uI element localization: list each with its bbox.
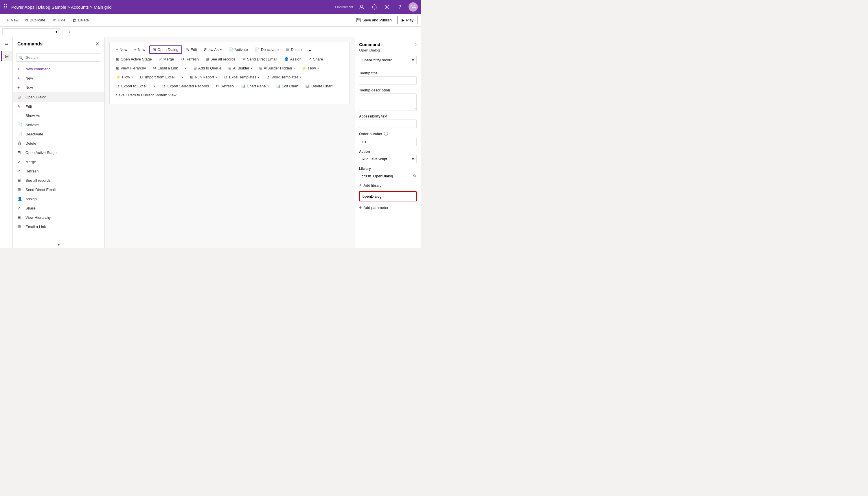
add-parameter-link[interactable]: + Add parameter — [359, 205, 417, 210]
menu-icon[interactable]: ☰ — [1, 40, 12, 50]
add-library-link[interactable]: + Add library — [359, 183, 417, 188]
sidebar-item-open-active-stage[interactable]: ⊞ Open Active Stage — [13, 148, 105, 157]
library-select[interactable]: cr03b_OpenDialog — [359, 172, 411, 180]
cb-drop1[interactable]: ▾ — [182, 65, 190, 72]
activate-label: Activate — [26, 123, 100, 127]
action-chevron-icon: ▾ — [412, 157, 414, 161]
sidebar-item-deactivate[interactable]: 📄 Deactivate — [13, 129, 105, 139]
cb-export-selected[interactable]: 🗋 Export Selected Records — [159, 82, 212, 90]
save-publish-button[interactable]: 💾 Save and Publish — [352, 16, 396, 24]
play-button[interactable]: ▶ Play — [397, 16, 418, 24]
add-command-item[interactable]: + New command — [13, 64, 105, 74]
sidebar-item-activate[interactable]: 📄 Activate — [13, 120, 105, 129]
cb-ai-builder[interactable]: ⊞ AI Builder ▾ — [225, 64, 255, 72]
cb-drop2[interactable]: ▾ — [178, 74, 186, 81]
help-icon[interactable]: ? — [396, 3, 404, 11]
library-edit-icon[interactable]: ✎ — [413, 173, 417, 179]
export-selected-cb-label: Export Selected Records — [167, 84, 209, 88]
edit-icon: ✎ — [17, 104, 22, 109]
sidebar-item-see-all-records[interactable]: ⊞ See all records — [13, 176, 105, 185]
sidebar-item-edit[interactable]: ✎ Edit — [13, 102, 105, 111]
cb-add-to-queue[interactable]: ⊞ Add to Queue — [191, 64, 224, 72]
add-command-icon: + — [17, 66, 22, 71]
add-to-queue-cb-label: Add to Queue — [198, 66, 221, 70]
cb-delete-chart[interactable]: 📊 Delete Chart — [302, 82, 335, 90]
cb-email-a-link[interactable]: ✉ Email a Link — [150, 64, 181, 72]
sidebar-item-show-as[interactable]: Show As — [13, 111, 105, 120]
assign-cb-label: Assign — [290, 57, 301, 61]
delete-button[interactable]: 🗑 Delete — [69, 17, 92, 24]
expand-icon[interactable]: › — [415, 42, 417, 47]
cb-refresh[interactable]: ↺ Refresh — [178, 56, 202, 63]
avatar[interactable]: SA — [409, 2, 418, 12]
cb-open-active-stage[interactable]: ⊞ Open Active Stage — [113, 56, 155, 63]
sidebar-item-share[interactable]: ↗ Share — [13, 203, 105, 213]
cb-open-dialog[interactable]: ⊞ Open Dialog — [149, 45, 182, 54]
cb-view-hierarchy[interactable]: ⊞ View Hierarchy — [113, 64, 149, 72]
sidebar-item-send-direct-email[interactable]: ✉ Send Direct Email — [13, 185, 105, 194]
sidebar-item-open-dialog[interactable]: ⊞ Open Dialog ··· — [13, 92, 105, 102]
duplicate-button[interactable]: ⧉ Duplicate — [22, 17, 48, 24]
user-settings-icon[interactable] — [358, 3, 366, 11]
share-cb-label: Share — [313, 57, 323, 61]
cb-export-to-excel[interactable]: 🗋 Export to Excel — [113, 82, 149, 90]
cb-delete[interactable]: 🗑 Delete — [283, 46, 305, 53]
cb-assign[interactable]: 👤 Assign — [281, 56, 304, 63]
cb-drop3[interactable]: ▾ — [151, 83, 158, 90]
add-library-label: Add library — [363, 183, 381, 187]
cb-see-all-records[interactable]: ⊞ See all records — [203, 56, 238, 63]
cb-deactivate[interactable]: 📄 Deactivate — [252, 46, 282, 53]
cb-run-report[interactable]: ⊞ Run Report ▾ — [187, 74, 220, 81]
order-number-input[interactable] — [359, 138, 417, 146]
close-sidebar-icon[interactable]: ✕ — [95, 41, 100, 47]
cb-word-templates[interactable]: 🗋 Word Templates ▾ — [263, 74, 304, 81]
send-direct-email-cb-label: Send Direct Email — [247, 57, 277, 61]
sidebar-item-delete[interactable]: 🗑 Delete — [13, 139, 105, 148]
sidebar-item-assign[interactable]: 👤 Assign — [13, 194, 105, 203]
list-icon[interactable]: ⊞ — [1, 51, 12, 61]
accessibility-input[interactable] — [359, 120, 417, 128]
cb-refresh2[interactable]: ↺ Refresh — [213, 82, 237, 90]
hide-button[interactable]: 👁 Hide — [49, 17, 68, 24]
cb-send-direct-email[interactable]: ✉ Send Direct Email — [240, 56, 280, 63]
cb-save-filters[interactable]: Save Filters to Current System View — [113, 91, 179, 99]
cb-activate[interactable]: 📄 Activate — [226, 46, 251, 53]
cb-merge[interactable]: ⤢ Merge — [156, 56, 177, 63]
apps-icon[interactable]: ⠿ — [3, 3, 8, 11]
settings-icon[interactable] — [383, 3, 391, 11]
sidebar-item-view-hierarchy[interactable]: ⊞ View Hierarchy — [13, 213, 105, 222]
cb-new1[interactable]: + New — [113, 46, 130, 53]
cb-excel-templates[interactable]: 🗋 Excel Templates ▾ — [221, 74, 262, 81]
search-input[interactable] — [16, 53, 101, 62]
tooltip-title-input[interactable] — [359, 76, 417, 85]
sidebar-item-new1[interactable]: + New — [13, 74, 105, 83]
tooltip-desc-textarea[interactable] — [359, 93, 417, 111]
open-active-stage-cb-label: Open Active Stage — [121, 57, 152, 61]
cb-more-btn[interactable]: ⌄ — [306, 45, 314, 54]
sidebar-item-refresh[interactable]: ↺ Refresh — [13, 166, 105, 176]
sidebar-item-email-a-link[interactable]: ✉ Email a Link — [13, 222, 105, 231]
icon-strip: ☰ ⊞ — [0, 37, 13, 248]
open-dialog-label: Open Dialog — [26, 95, 93, 99]
action-select[interactable]: Run JavaScript ▾ — [359, 155, 417, 163]
sidebar-item-new2[interactable]: + New — [13, 83, 105, 92]
cb-new2-label: New — [138, 47, 145, 52]
more-icon[interactable]: ··· — [96, 94, 100, 99]
formula-select[interactable]: ▾ — [2, 28, 60, 35]
cb-new2[interactable]: + New — [131, 46, 148, 53]
sidebar-item-merge[interactable]: ⤢ Merge — [13, 157, 105, 166]
rp-subtitle: Open Dialog — [359, 48, 417, 52]
cb-show-as[interactable]: Show As ▾ — [201, 46, 224, 53]
open-entity-record-select[interactable]: OpenEntityRecord ▾ — [359, 56, 417, 64]
new-button[interactable]: + New — [3, 16, 21, 24]
notifications-icon[interactable] — [370, 3, 378, 11]
function-box[interactable]: openDialog — [359, 191, 417, 201]
cb-chart-pane[interactable]: 📊 Chart Pane ▾ — [238, 82, 272, 90]
cb-share[interactable]: ↗ Share — [305, 56, 326, 63]
cb-import-from-excel[interactable]: 🗋 Import from Excel — [137, 74, 177, 81]
cb-aibuilder-hidden[interactable]: ⊞ AIBuilder Hidden ▾ — [256, 64, 298, 72]
cb-flow2[interactable]: ⚡ Flow ▾ — [113, 74, 136, 81]
cb-flow[interactable]: ⚡ Flow ▾ — [299, 64, 321, 72]
cb-edit-chart[interactable]: 📊 Edit Chart — [273, 82, 301, 90]
cb-edit[interactable]: ✎ Edit — [183, 46, 200, 53]
